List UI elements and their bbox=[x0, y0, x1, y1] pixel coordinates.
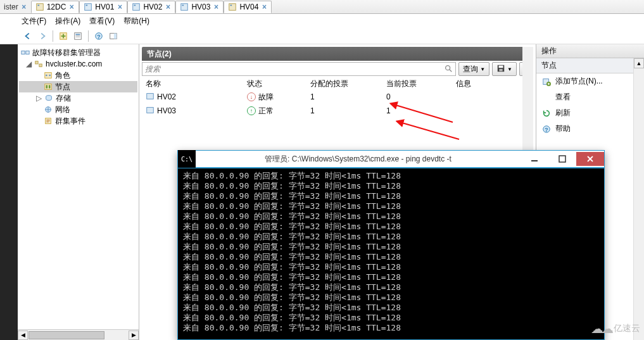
tree-network[interactable]: 网络 bbox=[19, 104, 137, 115]
menu-help[interactable]: 帮助(H) bbox=[123, 16, 149, 27]
col-name[interactable]: 名称 bbox=[142, 79, 243, 89]
node-name: HV02 bbox=[157, 92, 176, 101]
action-pane-button[interactable] bbox=[107, 30, 120, 42]
search-placeholder: 搜索 bbox=[145, 64, 160, 75]
col-state[interactable]: 状态 bbox=[243, 79, 306, 89]
svg-rect-6 bbox=[181, 4, 188, 11]
tab-partial[interactable]: ister × bbox=[0, 0, 31, 13]
expander-down-icon[interactable]: ◢ bbox=[25, 60, 32, 68]
tree-label: 节点 bbox=[55, 82, 70, 92]
close-icon[interactable]: × bbox=[117, 4, 123, 10]
scroll-left-icon[interactable]: ◀ bbox=[18, 331, 28, 340]
action-help[interactable]: ? 帮助 bbox=[536, 121, 644, 137]
svg-rect-23 bbox=[35, 61, 38, 64]
tree-root[interactable]: 故障转移群集管理器 bbox=[19, 47, 137, 58]
tab-label: ister bbox=[4, 3, 18, 11]
actions-section: 节点▲ bbox=[536, 58, 644, 73]
properties-button[interactable] bbox=[72, 30, 84, 42]
close-icon[interactable]: × bbox=[213, 4, 219, 10]
add-node-icon bbox=[541, 77, 552, 87]
server-icon bbox=[228, 3, 237, 11]
tab-hv03[interactable]: HV03 × bbox=[175, 1, 224, 13]
svg-rect-38 bbox=[147, 93, 154, 99]
tree-roles[interactable]: 角色 bbox=[19, 70, 137, 81]
cmd-output[interactable]: 来自 80.0.0.90 的回复: 字节=32 时间<1ms TTL=128来自… bbox=[178, 168, 604, 339]
console-line: 来自 80.0.0.90 的回复: 字节=32 时间<1ms TTL=128 bbox=[183, 191, 599, 201]
close-button[interactable] bbox=[576, 152, 604, 166]
expander-right-icon[interactable]: ▷ bbox=[35, 94, 42, 103]
watermark-text: 亿速云 bbox=[614, 323, 640, 334]
svg-text:?: ? bbox=[545, 126, 548, 132]
query-button[interactable]: 查询▼ bbox=[458, 62, 489, 76]
menu-action[interactable]: 操作(A) bbox=[55, 16, 80, 27]
cluster-root-icon bbox=[20, 47, 30, 58]
actions-vscrollbar[interactable]: ▲ bbox=[633, 58, 644, 340]
tree-label: 存储 bbox=[56, 93, 71, 104]
action-label: 帮助 bbox=[555, 123, 571, 134]
node-row[interactable]: HV03↑正常11 bbox=[142, 104, 533, 118]
menu-view[interactable]: 查看(V) bbox=[89, 16, 115, 27]
action-view[interactable]: 查看 ▶ bbox=[536, 89, 644, 105]
add-snapin-button[interactable] bbox=[57, 30, 70, 42]
panel-title: 节点(2) bbox=[142, 47, 533, 61]
close-icon[interactable]: × bbox=[261, 4, 267, 10]
tab-hv04[interactable]: HV04 × bbox=[224, 1, 272, 13]
console-line: 来自 80.0.0.90 的回复: 字节=32 时间<1ms TTL=128 bbox=[183, 232, 599, 242]
svg-rect-1 bbox=[37, 5, 39, 6]
tab-label: 12DC bbox=[47, 3, 66, 11]
console-line: 来自 80.0.0.90 的回复: 字节=32 时间<1ms TTL=128 bbox=[183, 272, 599, 282]
tree-events[interactable]: 群集事件 bbox=[19, 115, 137, 127]
minimize-button[interactable] bbox=[521, 152, 548, 166]
maximize-button[interactable] bbox=[548, 152, 576, 166]
current-vote: 1 bbox=[382, 106, 452, 115]
save-button[interactable]: ▼ bbox=[492, 62, 517, 76]
console-line: 来自 80.0.0.90 的回复: 字节=32 时间<1ms TTL=128 bbox=[183, 201, 599, 211]
tree-storage[interactable]: ▷ 存储 bbox=[19, 92, 137, 104]
action-add-node[interactable]: 添加节点(N)... bbox=[536, 73, 644, 89]
node-row[interactable]: HV02↓故障10 bbox=[142, 90, 533, 104]
tab-12dc[interactable]: 12DC × bbox=[31, 1, 80, 13]
tab-label: HV04 bbox=[239, 3, 258, 11]
col-info[interactable]: 信息 bbox=[452, 79, 533, 89]
server-icon bbox=[35, 3, 44, 11]
help-icon: ? bbox=[541, 124, 552, 134]
node-name: HV03 bbox=[157, 106, 176, 115]
scroll-thumb[interactable] bbox=[28, 331, 104, 339]
search-icon[interactable] bbox=[444, 64, 453, 75]
back-button[interactable] bbox=[22, 30, 34, 42]
tree-hscrollbar[interactable]: ◀ ▶ bbox=[18, 329, 139, 340]
close-icon[interactable]: × bbox=[21, 4, 27, 10]
actions-header: 操作 bbox=[536, 44, 644, 58]
close-icon[interactable]: × bbox=[68, 4, 75, 10]
svg-rect-9 bbox=[230, 5, 232, 6]
console-line: 来自 80.0.0.90 的回复: 字节=32 时间<1ms TTL=128 bbox=[183, 242, 599, 252]
close-icon[interactable]: × bbox=[165, 4, 171, 10]
svg-rect-5 bbox=[134, 5, 136, 6]
action-refresh[interactable]: 刷新 bbox=[536, 105, 644, 121]
view-icon bbox=[541, 92, 552, 103]
tab-hv02[interactable]: HV02 × bbox=[127, 1, 175, 13]
svg-rect-22 bbox=[26, 51, 29, 54]
forward-button[interactable] bbox=[36, 30, 49, 42]
help-button[interactable]: ? bbox=[92, 30, 105, 42]
console-line: 来自 80.0.0.90 的回复: 字节=32 时间<1ms TTL=128 bbox=[183, 252, 599, 262]
col-current[interactable]: 当前投票 bbox=[382, 79, 452, 89]
search-input[interactable]: 搜索 bbox=[142, 62, 456, 76]
search-bar: 搜索 查询▼ ▼ ▼ bbox=[142, 61, 533, 77]
cluster-icon bbox=[34, 59, 44, 69]
scroll-right-icon[interactable]: ▶ bbox=[129, 331, 139, 340]
svg-rect-30 bbox=[49, 85, 51, 88]
tab-hv01[interactable]: HV01 × bbox=[79, 1, 127, 13]
cmd-titlebar[interactable]: C:\ 管理员: C:\Windows\System32\cmd.exe - p… bbox=[178, 151, 604, 168]
toolbar: ? bbox=[0, 28, 644, 44]
tree-nodes[interactable]: 节点 bbox=[19, 81, 137, 92]
cmd-icon: C:\ bbox=[178, 150, 196, 168]
node-icon bbox=[146, 92, 155, 103]
svg-point-34 bbox=[446, 65, 450, 70]
separator bbox=[88, 30, 89, 42]
tab-label: HV03 bbox=[191, 3, 210, 11]
menu-file[interactable]: 文件(F) bbox=[22, 16, 46, 27]
col-alloc[interactable]: 分配的投票 bbox=[306, 79, 382, 89]
scroll-up-icon[interactable]: ▲ bbox=[634, 58, 644, 68]
tree-cluster[interactable]: ◢ hvcluster.bc.com bbox=[19, 58, 137, 70]
